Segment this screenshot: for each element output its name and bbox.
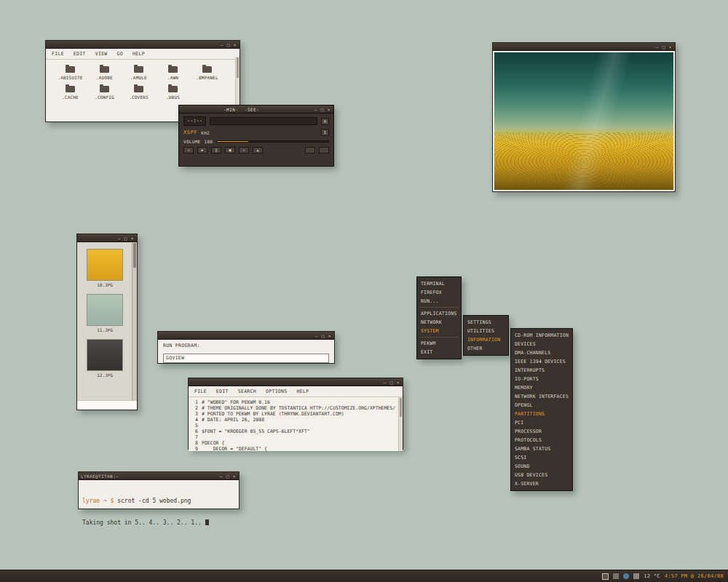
menu-item-terminal[interactable]: TERMINAL: [417, 279, 461, 288]
close-icon[interactable]: ×: [326, 107, 331, 112]
scrollbar-thumb[interactable]: [133, 243, 136, 268]
menu-item-pekwm[interactable]: PEKWM: [417, 339, 461, 348]
network-icon[interactable]: [623, 573, 629, 579]
close-icon[interactable]: ×: [395, 380, 400, 385]
repeat-button[interactable]: [319, 147, 329, 154]
folder-item[interactable]: .DBUS: [156, 86, 190, 100]
menu-item-utilities[interactable]: UTILITIES: [464, 327, 508, 335]
menu-edit[interactable]: EDIT: [74, 51, 86, 57]
menu-item-scsi[interactable]: SCSI: [511, 453, 572, 462]
close-icon[interactable]: ×: [668, 44, 673, 49]
pause-button[interactable]: ‖: [211, 147, 221, 154]
shuffle-button[interactable]: [305, 147, 315, 154]
titlebar[interactable]: – □ ×: [77, 234, 137, 242]
minimize-icon[interactable]: –: [218, 474, 223, 479]
menu-item-network-interfaces[interactable]: NETWORK INTERFACES: [511, 392, 572, 401]
eject-button[interactable]: ▲: [253, 147, 263, 154]
menu-item-run[interactable]: RUN...: [417, 297, 461, 306]
menu-item-processor[interactable]: PROCESSOR: [511, 427, 572, 436]
menu-item-information[interactable]: INFORMATION: [464, 335, 508, 344]
folder-item[interactable]: .BMPANEL: [190, 66, 224, 80]
titlebar[interactable]: -MIN- -SEE- – □ ×: [179, 105, 333, 113]
editor-text-area[interactable]: 1 # "WOBED" FOR PEKWM 0.16 2 # THEME ORI…: [189, 397, 403, 451]
next-button[interactable]: »: [239, 147, 249, 154]
folder-item[interactable]: .AMULE: [122, 66, 156, 80]
thumbnail-item[interactable]: 11.JPG: [87, 294, 123, 332]
equalizer-button[interactable]: E: [321, 129, 329, 136]
titlebar[interactable]: – □ ×: [189, 378, 403, 386]
menu-item-other[interactable]: OTHER: [464, 344, 508, 353]
menu-item-dma-channels[interactable]: DMA-CHANNELS: [511, 348, 572, 357]
see-toggle[interactable]: -SEE-: [245, 107, 260, 112]
menu-item-applications[interactable]: APPLICATIONS: [417, 309, 461, 318]
maximize-icon[interactable]: □: [225, 474, 230, 479]
maximize-icon[interactable]: □: [320, 333, 325, 338]
close-icon[interactable]: ×: [327, 333, 332, 338]
menu-item-samba-status[interactable]: SAMBA STATUS: [511, 445, 572, 453]
minimize-icon[interactable]: –: [382, 380, 387, 385]
menu-item-x-server[interactable]: X-SERVER: [511, 479, 572, 488]
volume-icon[interactable]: [633, 573, 639, 579]
play-button[interactable]: ▶: [197, 147, 207, 154]
folder-item[interactable]: .ABISUITE: [53, 66, 87, 80]
menu-item-settings[interactable]: SETTINGS: [464, 318, 508, 327]
minimize-icon[interactable]: –: [116, 236, 122, 241]
thumbnail-item[interactable]: 10.JPG: [87, 249, 123, 287]
menu-item-io-ports[interactable]: IO-PORTS: [511, 375, 572, 383]
menu-item-pci[interactable]: PCI: [511, 418, 572, 427]
menu-file[interactable]: FILE: [52, 51, 64, 57]
folder-item[interactable]: .AWN: [156, 66, 190, 80]
menu-item-system[interactable]: SYSTEM: [417, 327, 461, 335]
menu-item-devices[interactable]: DEVICES: [511, 340, 572, 348]
folder-item[interactable]: .COVERS: [122, 86, 156, 100]
scrollbar[interactable]: [398, 397, 403, 451]
maximize-icon[interactable]: □: [226, 42, 231, 47]
maximize-icon[interactable]: □: [389, 380, 394, 385]
pager-icon[interactable]: [602, 573, 609, 580]
menu-item-exit[interactable]: EXIT: [417, 348, 461, 356]
run-command-input[interactable]: [163, 354, 329, 363]
menu-item-memory[interactable]: MEMORY: [511, 383, 572, 392]
minimize-icon[interactable]: –: [654, 44, 660, 49]
menu-item-protocols[interactable]: PROTOCOLS: [511, 436, 572, 445]
menu-item-sound[interactable]: SOUND: [511, 462, 572, 471]
titlebar[interactable]: LYRAE@TITAN:~ – □ ×: [79, 472, 239, 480]
stop-button[interactable]: ■: [225, 147, 235, 154]
menu-item-usb-devices[interactable]: USB DEVICES: [511, 471, 572, 479]
menu-go[interactable]: GO: [117, 51, 123, 57]
menu-item-cdrom-information[interactable]: CD-ROM INFORMATION: [511, 331, 572, 340]
volume-slider[interactable]: [216, 140, 329, 143]
minimize-icon[interactable]: –: [314, 333, 319, 338]
folder-item[interactable]: .ADOBE: [87, 66, 122, 80]
menu-item-interrupts[interactable]: INTERRUPTS: [511, 366, 572, 375]
menu-item-network[interactable]: NETWORK: [417, 318, 461, 327]
menu-view[interactable]: VIEW: [95, 51, 108, 57]
cpu-monitor-icon[interactable]: [613, 573, 619, 579]
menu-item-ieee-1394-devices[interactable]: IEEE 1394 DEVICES: [511, 357, 572, 366]
menu-file[interactable]: FILE: [194, 388, 207, 394]
terminal-output[interactable]: lyrae ~ $ scrot -cd 5 wobed.png Taking s…: [79, 480, 239, 544]
scrollbar-thumb[interactable]: [237, 57, 239, 78]
minimize-icon[interactable]: –: [313, 107, 318, 112]
maximize-icon[interactable]: □: [661, 44, 666, 49]
menu-help[interactable]: HELP: [297, 388, 309, 394]
scrollbar-thumb[interactable]: [400, 398, 402, 417]
menu-item-partitions[interactable]: PARTITIONS: [511, 410, 572, 418]
titlebar[interactable]: – □ ×: [158, 332, 334, 340]
scrollbar[interactable]: [132, 242, 137, 400]
min-toggle[interactable]: -MIN-: [223, 107, 239, 112]
maximize-icon[interactable]: □: [123, 236, 128, 241]
thumbnail-item[interactable]: 12.JPG: [87, 339, 123, 378]
menu-help[interactable]: HELP: [132, 51, 145, 57]
folder-item[interactable]: .CACHE: [53, 86, 87, 100]
menu-item-opengl[interactable]: OPENGL: [511, 401, 572, 410]
playlist-button[interactable]: M: [321, 118, 329, 125]
menu-search[interactable]: SEARCH: [238, 388, 256, 394]
prev-button[interactable]: «: [183, 147, 194, 154]
menu-edit[interactable]: EDIT: [216, 388, 229, 394]
titlebar[interactable]: – □ ×: [493, 43, 675, 51]
minimize-icon[interactable]: –: [219, 42, 224, 47]
titlebar[interactable]: – □ ×: [46, 41, 240, 49]
close-icon[interactable]: ×: [232, 474, 237, 479]
close-icon[interactable]: ×: [232, 42, 237, 47]
